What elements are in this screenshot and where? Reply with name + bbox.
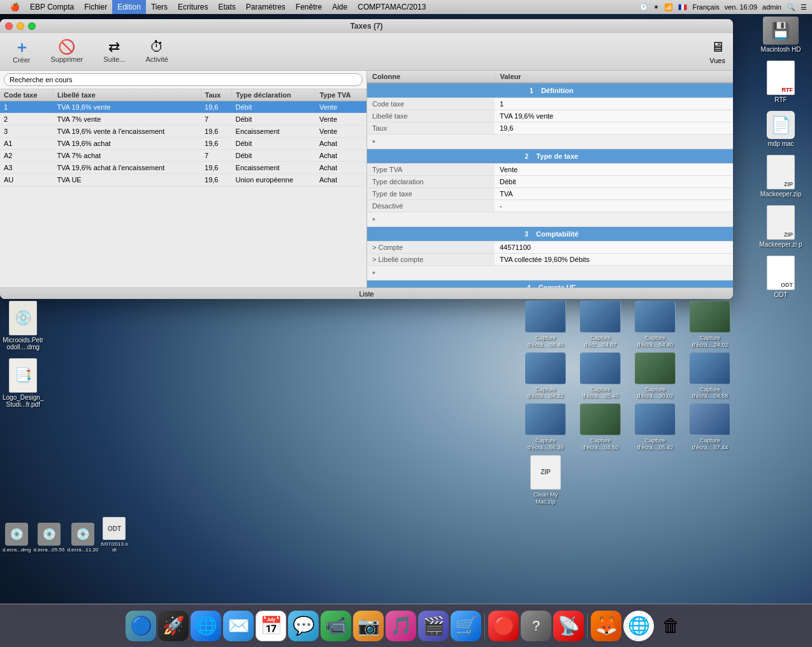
create-label: Créer: [13, 56, 31, 64]
dock-firefox[interactable]: 🦊: [591, 611, 621, 641]
thumbnail-5[interactable]: Captured'écra....04.22: [520, 353, 571, 400]
table-row[interactable]: AU TVA UE 19,6 Union européenne Achat: [0, 174, 366, 186]
window-minimize-btn[interactable]: [17, 22, 24, 30]
thumb-img-3: [635, 301, 676, 333]
dock-messages[interactable]: 💬: [288, 611, 319, 641]
desktop-icon-hd[interactable]: 💾 Macintosh HD: [761, 17, 801, 53]
create-button[interactable]: ＋ Créer: [8, 37, 36, 66]
section-badge-3: 3: [521, 229, 532, 239]
cell-type-decl: Débit: [232, 113, 315, 126]
delete-button[interactable]: 🚫 Supprimer: [46, 38, 89, 66]
desktop-icon-mackeeper-zip[interactable]: ZIP Mackeeper.zip: [760, 155, 801, 198]
details-table: Colonne Valeur 1 Définition: [367, 71, 733, 287]
next-button[interactable]: ⇄ Suite...: [98, 38, 130, 66]
thumbnail-7[interactable]: Captured'écra....30.02: [630, 353, 681, 400]
menu-parametres[interactable]: Paramètres: [241, 0, 291, 14]
desktop-file-dmg[interactable]: 💿 d.ecra...dmg: [3, 523, 31, 553]
dock-safari[interactable]: 🌐: [191, 611, 221, 641]
menu-comptamac[interactable]: COMPTAMAC/2013: [352, 0, 431, 14]
thumbnail-10[interactable]: Captured'écra....04.50: [575, 403, 626, 451]
dock-photo[interactable]: 📷: [353, 611, 384, 641]
window-close-btn[interactable]: [5, 22, 13, 30]
clean-my-mac-item[interactable]: ZIP Clean MyMac.zip: [520, 455, 571, 505]
menu-list-icon[interactable]: ☰: [801, 3, 807, 11]
menu-fichier[interactable]: Fichier: [79, 0, 112, 14]
window-controls: [5, 22, 36, 30]
table-row[interactable]: 3 TVA 19,6% vente à l'encaissement 19,6 …: [0, 126, 366, 138]
thumbnail-8[interactable]: Captured'écra....04.58: [685, 353, 736, 400]
dock-finder[interactable]: 🔵: [126, 611, 156, 641]
window-maximize-btn[interactable]: [28, 22, 36, 30]
thumbnail-3[interactable]: Captured'écra....54.40: [630, 301, 681, 349]
apple-menu[interactable]: 🍎: [5, 0, 25, 14]
thumb-label-4: Captured'écra....24.02: [692, 335, 729, 349]
menu-ecritures[interactable]: Ecritures: [173, 0, 213, 14]
menu-ebp[interactable]: EBP Compta: [25, 0, 79, 14]
dock-appstore[interactable]: 🛒: [451, 611, 481, 641]
thumbnail-1[interactable]: Captured'écra....08.40: [520, 301, 571, 349]
desktop-icon-mackeeper-zip2[interactable]: ZIP Mackeeper.zi p: [759, 205, 802, 248]
thumb-img-6: [580, 353, 621, 384]
details-dot-row-1: •: [367, 134, 733, 149]
search-input[interactable]: [4, 73, 363, 86]
dock-red-app[interactable]: 🔴: [488, 611, 519, 641]
vues-icon: 🖥: [711, 39, 725, 55]
thumb-label-9: Captured'écra....56.39: [528, 437, 564, 451]
details-value-taux: 19,6: [495, 122, 733, 134]
cell-type-tva: Vente: [315, 126, 366, 138]
create-icon: ＋: [14, 40, 29, 55]
activity-button[interactable]: ⏱ Activité: [141, 38, 173, 66]
desktop-file-dmg2[interactable]: 💿 d.ecra...05.55: [33, 523, 64, 553]
dmg3-label: d.ecra...11.20: [67, 547, 98, 553]
desktop-icon-logo[interactable]: 📑 Logo_Design_Studi...fr.pdf: [3, 358, 44, 408]
table-row[interactable]: 2 TVA 7% vente 7 Débit Vente: [0, 113, 366, 126]
dock-help[interactable]: ?: [521, 611, 551, 641]
vues-button[interactable]: 🖥 Vues: [709, 39, 725, 64]
rtf-icon: RTF: [767, 61, 795, 95]
dock-trash[interactable]: 🗑: [656, 611, 686, 641]
delete-label: Supprimer: [51, 55, 83, 63]
thumbnail-4[interactable]: Captured'écra....24.02: [685, 301, 736, 349]
desktop-icon-microoids[interactable]: 💿 Microoids.Petrodoll....dmg: [3, 301, 44, 351]
table-row[interactable]: A3 TVA 19,6% achat à l'encaissement 19,6…: [0, 162, 366, 174]
dock-calendar[interactable]: 📅: [256, 611, 286, 641]
desktop-icon-mdp[interactable]: 📄 mdp mac: [767, 111, 795, 147]
next-icon: ⇄: [108, 40, 120, 54]
mackeeper-zip2-label: Mackeeper.zi p: [759, 241, 802, 248]
thumb-label-1: Captured'écra....08.40: [528, 335, 564, 349]
menu-bluetooth-icon: ✴: [653, 3, 659, 11]
menu-search-icon[interactable]: 🔍: [787, 3, 795, 11]
dock-imovie[interactable]: 🎬: [418, 611, 449, 641]
cell-taux: 7: [201, 150, 232, 162]
thumb-label-3: Captured'écra....54.40: [637, 335, 674, 349]
desktop-file-odt[interactable]: ODT 6/07/2013.odt: [101, 517, 127, 553]
data-table: Code taxe Libellé taxe Taux Type déclara…: [0, 89, 366, 287]
desktop-icon-odt[interactable]: ODT ODT: [767, 256, 795, 298]
cell-taux: 7: [201, 113, 232, 126]
desktop-icon-rtf[interactable]: RTF RTF: [767, 61, 795, 103]
dock-chrome[interactable]: 🌐: [623, 611, 654, 641]
thumb-img-10: [580, 403, 621, 435]
thumbnail-6[interactable]: Captured'écra....55.40: [575, 353, 626, 400]
menu-etats[interactable]: Etats: [213, 0, 240, 14]
desktop-icons-right: 💾 Macintosh HD RTF RTF 📄 mdp mac ZIP Mac…: [752, 17, 809, 298]
table-row[interactable]: A1 TVA 19,6% achat 19,6 Débit Achat: [0, 138, 366, 150]
thumbnail-11[interactable]: Captured'écra....05.42: [630, 403, 681, 451]
thumbnail-12[interactable]: Captured'écra....57.44: [685, 403, 736, 451]
dock-facetime[interactable]: 📹: [321, 611, 351, 641]
dock-mail[interactable]: ✉️: [223, 611, 254, 641]
dock-launchpad[interactable]: 🚀: [158, 611, 189, 641]
desktop-file-dmg3[interactable]: 💿 d.ecra...11.20: [67, 523, 98, 553]
menu-aide[interactable]: Aide: [327, 0, 352, 14]
menu-fenetre[interactable]: Fenêtre: [291, 0, 327, 14]
thumbnail-2[interactable]: Captured'écr....04.07: [575, 301, 626, 349]
clean-my-mac-label: Clean MyMac.zip: [533, 491, 558, 505]
dock-itunes[interactable]: 🎵: [386, 611, 416, 641]
dock-imovie-icon: 🎬: [418, 611, 449, 641]
table-row[interactable]: 1 TVA 19,6% vente 19,6 Débit Vente: [0, 101, 366, 113]
table-row[interactable]: A2 TVA 7% achat 7 Débit Achat: [0, 150, 366, 162]
dock-filezilla[interactable]: 📡: [553, 611, 584, 641]
menu-tiers[interactable]: Tiers: [146, 0, 173, 14]
thumbnail-9[interactable]: Captured'écra....56.39: [520, 403, 571, 451]
menu-edition[interactable]: Edition: [112, 0, 146, 14]
